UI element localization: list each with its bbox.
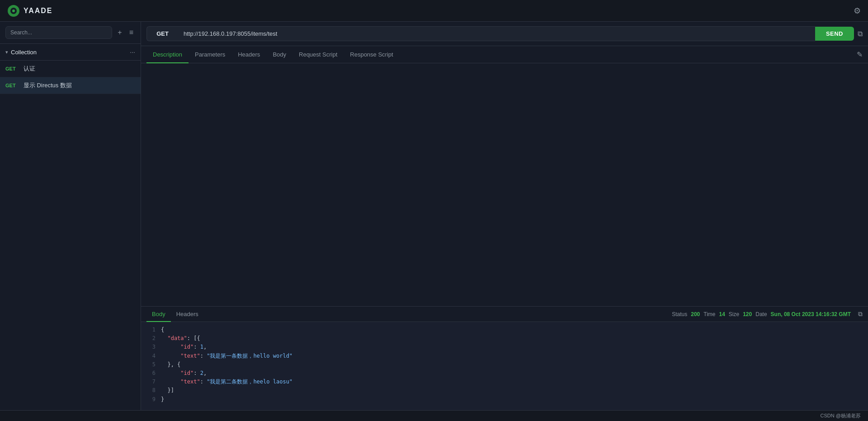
send-button[interactable]: SEND: [815, 27, 854, 41]
url-bar: GET SEND ⧉: [141, 22, 868, 46]
copy-response-icon[interactable]: ⧉: [858, 310, 863, 318]
code-line: 3 "id": 1,: [146, 343, 863, 351]
code-line: 4 "text": "我是第一条数据，hello world": [146, 352, 863, 360]
tab-headers[interactable]: Headers: [231, 47, 266, 63]
request-name: 认证: [24, 65, 130, 73]
list-item[interactable]: GET 认证 ···: [0, 61, 141, 77]
sidebar-header: + ≡: [0, 22, 141, 44]
response-body: 1 { 2 "data": [{ 3 "id": 1, 4 "text": "我…: [141, 322, 868, 410]
topbar-left: YAADE: [7, 5, 53, 17]
app-title: YAADE: [24, 7, 53, 15]
code-line: 1 {: [146, 326, 863, 334]
code-line: 5 }, {: [146, 360, 863, 369]
code-line: 6 "id": 2,: [146, 369, 863, 378]
add-collection-button[interactable]: +: [116, 28, 123, 38]
date-label: Date: [755, 311, 767, 317]
status-value: 200: [691, 311, 700, 317]
url-input[interactable]: [178, 26, 815, 41]
code-line: 8 }]: [146, 386, 863, 395]
code-line: 7 "text": "我是第二条数据，heelo laosu": [146, 378, 863, 386]
menu-button[interactable]: ≡: [127, 28, 135, 38]
response-meta: Status 200 Time 14 Size 120 Date Sun, 08…: [672, 310, 863, 318]
collection-header[interactable]: ▾ Collection ···: [0, 44, 141, 61]
size-label: Size: [729, 311, 739, 317]
search-input[interactable]: [5, 26, 112, 39]
tab-response-script[interactable]: Response Script: [344, 47, 399, 63]
tab-request-script[interactable]: Request Script: [292, 47, 344, 63]
request-tabs: Description Parameters Headers Body Requ…: [141, 46, 868, 63]
tab-body[interactable]: Body: [266, 47, 292, 63]
collection-more-icon[interactable]: ···: [130, 48, 135, 56]
copy-url-icon[interactable]: ⧉: [858, 30, 863, 38]
response-tabs-bar: Body Headers Status 200 Time 14 Size 120…: [141, 307, 868, 322]
yaade-logo-icon: [7, 5, 20, 17]
tab-parameters[interactable]: Parameters: [189, 47, 231, 63]
tab-description[interactable]: Description: [146, 47, 189, 63]
footer: CSDN @杨浦老苏: [0, 410, 868, 421]
edit-icon[interactable]: ✎: [857, 50, 863, 59]
chevron-down-icon: ▾: [5, 49, 8, 55]
main-layout: + ≡ ▾ Collection ··· GET 认证 ··· GET 显示 D…: [0, 22, 868, 410]
collection-label: Collection: [11, 49, 130, 56]
method-badge: GET: [5, 66, 20, 71]
response-panel: Body Headers Status 200 Time 14 Size 120…: [141, 306, 868, 410]
tab-response-body[interactable]: Body: [146, 307, 171, 322]
tab-response-headers[interactable]: Headers: [171, 307, 204, 322]
http-method-label: GET: [146, 26, 178, 41]
code-line: 9 }: [146, 395, 863, 404]
status-label: Status: [672, 311, 687, 317]
time-value: 14: [719, 311, 725, 317]
list-item[interactable]: GET 显示 Directus 数据 ···: [0, 77, 141, 94]
topbar-right: ⚙: [854, 6, 861, 16]
size-value: 120: [743, 311, 752, 317]
footer-text: CSDN @杨浦老苏: [821, 412, 861, 419]
svg-point-2: [12, 9, 15, 12]
settings-icon[interactable]: ⚙: [854, 6, 861, 16]
topbar: YAADE ⚙: [0, 0, 868, 22]
code-line: 2 "data": [{: [146, 334, 863, 343]
description-area: [141, 63, 868, 306]
time-label: Time: [703, 311, 715, 317]
date-value: Sun, 08 Oct 2023 14:16:32 GMT: [771, 311, 851, 317]
right-panel: GET SEND ⧉ Description Parameters Header…: [141, 22, 868, 410]
method-badge: GET: [5, 83, 20, 88]
sidebar: + ≡ ▾ Collection ··· GET 认证 ··· GET 显示 D…: [0, 22, 141, 410]
request-name: 显示 Directus 数据: [24, 81, 130, 90]
